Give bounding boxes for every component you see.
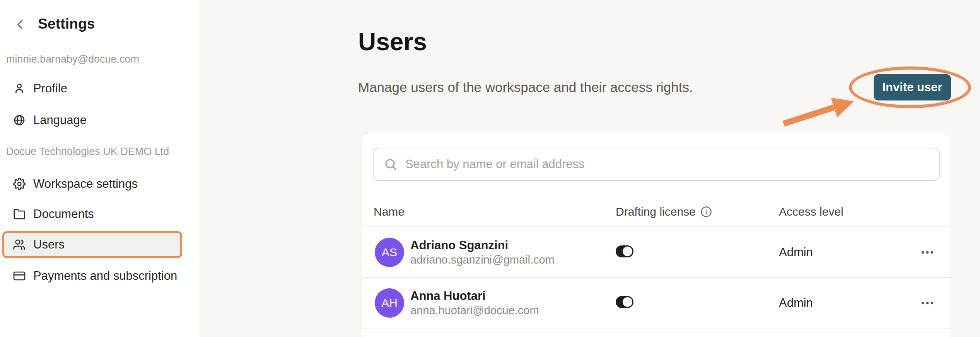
sidebar-item-label: Users: [33, 238, 65, 252]
users-card: Name Drafting license Access level AS Ad…: [362, 133, 951, 337]
folder-icon: [13, 208, 26, 220]
user-email: anna.huotari@docue.com: [410, 303, 539, 317]
user-email: adriano.sganzini@gmail.com: [410, 253, 555, 267]
column-header-name: Name: [374, 205, 616, 218]
sidebar-item-documents[interactable]: Documents: [2, 201, 182, 228]
users-icon: [13, 238, 26, 251]
toggle-knob: [623, 247, 632, 256]
column-header-label: Drafting license: [616, 205, 696, 218]
ellipsis-icon: [921, 301, 934, 305]
sidebar-title: Settings: [38, 16, 95, 32]
access-level: Admin: [779, 245, 921, 259]
drafting-license-cell: [616, 245, 779, 259]
info-icon[interactable]: [700, 206, 712, 218]
annotation-arrow-icon: [780, 95, 857, 128]
page-title: Users: [358, 29, 427, 54]
access-level: Admin: [779, 296, 921, 310]
ellipsis-icon: [921, 250, 934, 254]
avatar: AS: [375, 238, 404, 267]
sidebar-item-label: Language: [33, 113, 87, 127]
page-description: Manage users of the workspace and their …: [358, 80, 693, 94]
sidebar-item-workspace-settings[interactable]: Workspace settings: [2, 170, 182, 197]
account-email: minnie.barnaby@docue.com: [6, 53, 139, 65]
user-cell: AS Adriano Sganzini adriano.sganzini@gma…: [375, 238, 616, 267]
main-content: Users Manage users of the workspace and …: [200, 0, 980, 337]
user-name: Anna Huotari: [410, 289, 539, 303]
person-icon: [13, 82, 26, 95]
drafting-license-cell: [616, 296, 779, 310]
settings-screen: Settings minnie.barnaby@docue.com Profil…: [0, 0, 980, 337]
table-row: AH Anna Huotari anna.huotari@docue.com A…: [362, 277, 951, 328]
globe-icon: [13, 114, 26, 126]
sidebar-item-label: Payments and subscription: [33, 269, 177, 283]
column-header-access-level: Access level: [779, 205, 921, 218]
search-icon: [384, 157, 398, 171]
sidebar-item-payments[interactable]: Payments and subscription: [2, 262, 182, 289]
sidebar-item-users[interactable]: Users: [2, 231, 182, 258]
drafting-license-toggle[interactable]: [616, 245, 633, 257]
gear-icon: [13, 178, 26, 190]
avatar: AH: [375, 288, 404, 318]
sidebar-item-profile[interactable]: Profile: [2, 75, 182, 102]
search-box: [373, 148, 940, 181]
user-cell: AH Anna Huotari anna.huotari@docue.com: [375, 288, 616, 318]
drafting-license-toggle[interactable]: [616, 296, 633, 308]
sidebar-item-label: Workspace settings: [33, 177, 138, 191]
organization-name: Docue Technologies UK DEMO Ltd: [6, 146, 169, 158]
column-header-drafting-license: Drafting license: [616, 205, 779, 218]
chevron-left-icon: [15, 18, 26, 30]
table-row: AS Adriano Sganzini adriano.sganzini@gma…: [362, 226, 951, 277]
back-button[interactable]: [15, 17, 26, 31]
row-menu-button[interactable]: [921, 299, 936, 307]
search-input[interactable]: [405, 157, 929, 171]
sidebar-item-label: Documents: [33, 207, 94, 221]
sidebar-header: Settings: [15, 15, 95, 32]
sidebar-item-language[interactable]: Language: [2, 107, 182, 134]
user-name: Adriano Sganzini: [410, 238, 555, 253]
toggle-knob: [623, 297, 632, 307]
row-menu-button[interactable]: [921, 248, 936, 256]
invite-user-button[interactable]: Invite user: [874, 74, 951, 100]
table-row-partial: [362, 328, 951, 337]
table-header: Name Drafting license Access level: [362, 181, 951, 226]
sidebar-item-label: Profile: [33, 82, 67, 95]
credit-card-icon: [13, 270, 26, 282]
sidebar: Settings minnie.barnaby@docue.com Profil…: [0, 0, 200, 337]
